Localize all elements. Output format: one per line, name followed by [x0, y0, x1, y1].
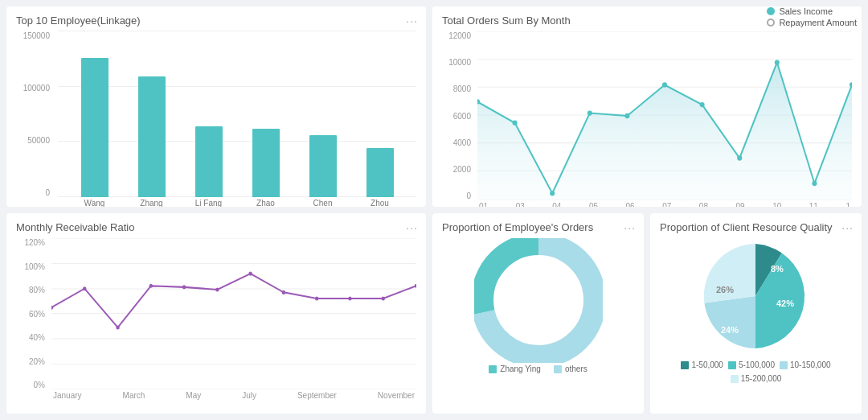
total-x-03: 03	[516, 202, 525, 207]
svg-point-28	[116, 325, 119, 329]
pie-legend-4: 15-200,000	[731, 374, 782, 383]
svg-point-14	[700, 102, 705, 107]
x-label-lifang: Li Fang	[195, 199, 223, 207]
total-x-10: 10	[772, 202, 781, 207]
ratio-x-mar: March	[123, 391, 145, 407]
ratio-y-100: 100%	[16, 262, 45, 271]
monthly-ratio-more[interactable]: ···	[406, 221, 418, 234]
total-x-06: 06	[626, 202, 635, 207]
top-employee-panel: Top 10 Employee(Linkage) ··· 0 50000 100…	[6, 6, 426, 207]
svg-point-30	[182, 285, 186, 289]
total-x-08: 08	[699, 202, 708, 207]
pie-legend-label-3: 10-150,000	[790, 360, 831, 369]
y-label-0: 0	[16, 188, 50, 197]
ratio-y-0: 0%	[16, 381, 45, 389]
client-quality-more[interactable]: ···	[841, 221, 854, 234]
svg-point-32	[248, 272, 252, 276]
legend-repayment-label: Repayment Amount	[779, 18, 857, 27]
total-orders-svg	[477, 31, 852, 200]
svg-point-18	[850, 82, 852, 87]
total-x-04: 04	[552, 202, 561, 207]
svg-point-31	[215, 287, 219, 291]
svg-point-40	[505, 266, 572, 334]
total-orders-panel: Total Orders Sum By Month ··· 0 2000 400…	[432, 6, 862, 207]
svg-point-12	[624, 113, 629, 118]
donut-legend-others: others	[554, 364, 588, 373]
pie-legend-1: 1-50,000	[681, 360, 723, 369]
client-quality-title: Proportion of Client Resource Quality	[660, 221, 852, 233]
pie-legend-3: 10-150,000	[780, 360, 831, 369]
legend-sales: Sales Income	[767, 6, 857, 16]
x-label-chenling: Chen Ling	[309, 199, 337, 207]
total-y-8000: 8000	[442, 84, 471, 93]
legend-sales-dot	[767, 7, 775, 15]
svg-point-9	[513, 121, 518, 126]
ratio-y-60: 60%	[16, 310, 45, 319]
total-x-11: 11	[809, 202, 818, 207]
svg-point-13	[662, 82, 667, 87]
total-y-2000: 2000	[442, 165, 471, 174]
legend-repayment-dot	[767, 19, 775, 27]
pie-legend-label-1: 1-50,000	[691, 360, 723, 369]
bar-wang-wei	[81, 58, 108, 197]
pie-legend-label-2: 5-100,000	[739, 360, 775, 369]
employee-orders-donut	[474, 238, 603, 363]
legend-sales-label: Sales Income	[779, 6, 833, 16]
legend-repayment: Repayment Amount	[767, 18, 857, 27]
svg-point-10	[550, 191, 555, 196]
bar-zhou-fei	[366, 148, 394, 197]
client-quality-panel: Proportion of Client Resource Quality ··…	[650, 213, 862, 414]
pie-label-8pct: 8%	[771, 264, 784, 274]
total-y-10000: 10000	[442, 58, 471, 67]
bar-chen-ling	[309, 135, 337, 197]
ratio-y-20: 20%	[16, 357, 45, 366]
dashboard: Top 10 Employee(Linkage) ··· 0 50000 100…	[0, 0, 868, 420]
svg-point-35	[348, 296, 351, 300]
y-label-100k: 100000	[16, 84, 50, 93]
total-y-4000: 4000	[442, 138, 471, 147]
total-y-12000: 12000	[442, 31, 471, 40]
total-x-07: 07	[662, 202, 671, 207]
ratio-x-jan: January	[53, 391, 82, 407]
svg-point-36	[381, 296, 384, 300]
pie-legend-2: 5-100,000	[728, 360, 775, 369]
total-x-1: 1	[845, 202, 850, 207]
global-legend: Sales Income Repayment Amount	[767, 6, 857, 27]
ratio-y-80: 80%	[16, 286, 45, 294]
bar-zhao-jun	[252, 129, 280, 197]
donut-legend-zhangying: Zhang Ying	[489, 364, 541, 373]
svg-point-16	[775, 60, 780, 64]
total-x-01: 01	[479, 202, 488, 207]
y-label-50k: 50000	[16, 136, 50, 145]
ratio-y-120: 120%	[16, 238, 45, 247]
svg-point-29	[149, 284, 153, 288]
top-employee-title: Top 10 Employee(Linkage)	[16, 14, 416, 27]
monthly-ratio-panel: Monthly Receivable Ratio ··· 0% 20% 40% …	[6, 213, 426, 414]
top-employee-more[interactable]: ···	[406, 14, 418, 27]
total-y-6000: 6000	[442, 112, 471, 121]
ratio-x-may: May	[186, 391, 201, 407]
employee-orders-panel: Proportion of Employee's Orders ···	[432, 213, 644, 414]
total-y-0: 0	[442, 191, 471, 200]
monthly-ratio-svg	[51, 238, 416, 389]
ratio-x-nov: November	[378, 391, 415, 407]
bar-zhang-ying	[138, 76, 166, 197]
pie-label-26pct: 26%	[716, 285, 734, 294]
svg-point-17	[812, 181, 817, 186]
employee-orders-more[interactable]: ···	[624, 221, 636, 234]
pie-label-24pct: 24%	[721, 325, 739, 335]
total-x-09: 09	[735, 202, 744, 207]
total-x-05: 05	[589, 202, 598, 207]
svg-point-34	[315, 296, 318, 300]
x-label-zhoufei: Zhou Fei	[366, 199, 394, 207]
svg-point-11	[588, 110, 592, 115]
pie-label-42pct: 42%	[776, 299, 794, 308]
donut-label-zhangying: Zhang Ying	[500, 364, 541, 373]
ratio-x-jul: July	[242, 391, 256, 407]
svg-point-15	[737, 155, 742, 160]
svg-point-33	[282, 290, 285, 294]
x-label-zhangying: Zhang Ying	[138, 199, 166, 207]
ratio-x-sep: September	[297, 391, 337, 407]
x-label-zhaojun: Zhao Jun	[252, 199, 280, 207]
pie-legend-label-4: 15-200,000	[741, 374, 782, 383]
